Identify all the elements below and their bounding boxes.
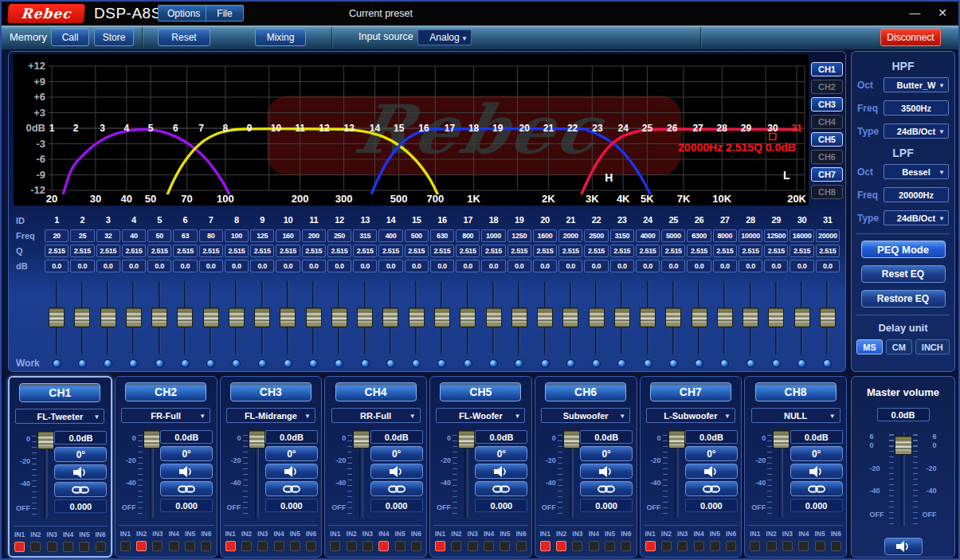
band-q-row-cell[interactable]: 2.515 (816, 245, 840, 257)
slider-knob[interactable] (794, 307, 810, 327)
slider-knob[interactable] (357, 307, 373, 327)
channel-phase-button[interactable]: 0° (160, 446, 213, 461)
slider-knob[interactable] (100, 307, 116, 327)
channel-mute-button[interactable] (160, 464, 213, 479)
band-gain-row-cell[interactable]: 0.0 (739, 260, 762, 272)
band-gain-row-cell[interactable]: 0.0 (405, 260, 429, 272)
band-freq-row-cell[interactable]: 25 (70, 229, 94, 242)
band-q-row-cell[interactable]: 2.515 (456, 245, 480, 257)
band-freq-row-cell[interactable]: 250 (327, 229, 351, 242)
slider-knob[interactable] (511, 307, 527, 327)
band-freq-row-cell[interactable]: 5000 (661, 229, 685, 242)
input-select-in6[interactable] (831, 541, 841, 551)
input-select-in6[interactable] (411, 541, 421, 551)
input-select-in2[interactable] (451, 541, 461, 551)
slider-knob[interactable] (74, 307, 90, 327)
input-select-in6[interactable] (621, 541, 631, 551)
input-select-in1[interactable] (540, 541, 551, 551)
band-gain-row-cell[interactable]: 0.0 (327, 260, 351, 272)
band-gain-row-cell[interactable]: 0.0 (481, 260, 505, 272)
channel-link-button[interactable] (580, 481, 633, 496)
file-button[interactable]: File (206, 5, 244, 22)
band-gain-row-cell[interactable]: 0.0 (713, 260, 737, 272)
band-freq-row-cell[interactable]: 2500 (584, 229, 608, 242)
band-q-row-cell[interactable]: 2.515 (405, 245, 429, 257)
band-gain-row-cell[interactable]: 0.0 (147, 260, 171, 272)
band-q-row-cell[interactable]: 2.515 (276, 245, 300, 257)
channel-button[interactable]: CH6 (545, 382, 626, 401)
slider-knob[interactable] (460, 307, 476, 327)
band-freq-row-cell[interactable]: 500 (405, 229, 429, 242)
band-gain-row-cell[interactable]: 0.0 (610, 260, 634, 272)
reset-button[interactable]: Reset (158, 29, 210, 46)
band-q-row-cell[interactable]: 2.515 (122, 245, 146, 257)
minimize-icon[interactable]: — (909, 6, 920, 19)
channel-fader-knob[interactable] (563, 430, 580, 448)
input-select-in5[interactable] (605, 541, 615, 551)
band-q-row-cell[interactable]: 2.515 (225, 245, 249, 257)
band-freq-row-cell[interactable]: 80 (199, 229, 223, 242)
input-select-in2[interactable] (241, 541, 252, 551)
slider-knob[interactable] (692, 307, 707, 327)
band-freq-row-cell[interactable]: 100 (225, 229, 249, 242)
slider-knob[interactable] (614, 307, 630, 327)
band-gain-row-cell[interactable]: 0.0 (430, 260, 454, 272)
band-gain-row-cell[interactable]: 0.0 (378, 260, 402, 272)
channel-output-select[interactable]: FR-Full ▼ (121, 408, 210, 423)
channel-button[interactable]: CH2 (125, 382, 206, 401)
band-q-row-cell[interactable]: 2.515 (302, 245, 326, 257)
band-q-row-cell[interactable]: 2.515 (610, 245, 634, 257)
band-gain-row-cell[interactable]: 0.0 (45, 260, 69, 272)
band-q-row-cell[interactable]: 2.515 (713, 245, 737, 257)
channel-mute-button[interactable] (580, 464, 633, 479)
channel-phase-button[interactable]: 0° (790, 446, 843, 461)
slider-knob[interactable] (717, 307, 733, 327)
input-select-in5[interactable] (79, 542, 89, 552)
band-q-row-cell[interactable]: 2.515 (378, 245, 402, 257)
slider-knob[interactable] (126, 307, 142, 327)
band-q-row-cell[interactable]: 2.515 (147, 245, 171, 257)
band-gain-row-cell[interactable]: 0.0 (225, 260, 249, 272)
input-select-in2[interactable] (347, 541, 357, 551)
band-freq-row-cell[interactable]: 10000 (739, 229, 762, 242)
input-select-in4[interactable] (378, 541, 389, 551)
slider-knob[interactable] (537, 307, 553, 327)
band-gain-row-cell[interactable]: 0.0 (533, 260, 557, 272)
slider-knob[interactable] (665, 307, 681, 327)
channel-button[interactable]: CH8 (755, 382, 837, 401)
input-select-in1[interactable] (330, 541, 340, 551)
band-q-row-cell[interactable]: 2.515 (173, 245, 197, 257)
band-q-row-cell[interactable]: 2.515 (636, 245, 660, 257)
channel-button[interactable]: CH4 (335, 382, 417, 401)
channel-fader-knob[interactable] (458, 430, 475, 448)
channel-phase-button[interactable]: 0° (580, 446, 633, 461)
graph-channel-button-ch7[interactable]: CH7 (811, 167, 843, 182)
slider-knob[interactable] (254, 307, 270, 327)
graph-channel-button-ch4[interactable]: CH4 (811, 115, 843, 129)
band-gain-row-cell[interactable]: 0.0 (96, 260, 120, 272)
call-button[interactable]: Call (51, 29, 89, 46)
delay-unit-inch-button[interactable]: INCH (915, 339, 950, 354)
band-q-row-cell[interactable]: 2.515 (790, 245, 813, 257)
channel-mute-button[interactable] (790, 464, 843, 479)
input-select-in3[interactable] (257, 541, 268, 551)
band-gain-row-cell[interactable]: 0.0 (764, 260, 788, 272)
delay-unit-cm-button[interactable]: CM (886, 339, 912, 354)
channel-fader-knob[interactable] (37, 431, 54, 449)
band-freq-row-cell[interactable]: 1250 (507, 229, 531, 242)
band-gain-row-cell[interactable]: 0.0 (636, 260, 660, 272)
eq-graph[interactable]: Rebec+12+9+6+30dB-3-6-9-1220304050701002… (14, 54, 809, 206)
hpf-freq-input[interactable]: 3500Hz (884, 100, 949, 116)
channel-link-button[interactable] (475, 481, 527, 496)
band-freq-row-cell[interactable]: 32 (96, 229, 120, 242)
band-q-row-cell[interactable]: 2.515 (327, 245, 351, 257)
delay-unit-ms-button[interactable]: MS (856, 339, 883, 354)
channel-phase-button[interactable]: 0° (370, 446, 423, 461)
input-select-in4[interactable] (484, 541, 494, 551)
channel-mute-button[interactable] (370, 464, 423, 479)
band-freq-row-cell[interactable]: 315 (353, 229, 377, 242)
close-icon[interactable]: ✕ (938, 6, 947, 19)
band-q-row-cell[interactable]: 2.515 (430, 245, 454, 257)
channel-output-select[interactable]: FL-Woofer ▼ (436, 408, 525, 423)
channel-fader-knob[interactable] (143, 430, 160, 448)
